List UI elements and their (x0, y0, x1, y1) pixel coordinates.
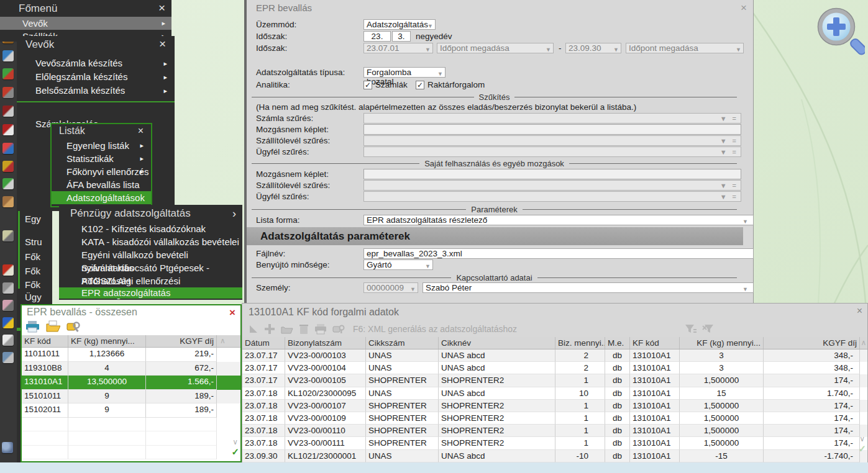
logistics-icon[interactable] (2, 317, 14, 328)
close-icon[interactable]: × (741, 2, 747, 14)
menu-item[interactable]: Egyenleg listák ▸ (52, 139, 151, 152)
menu-item[interactable]: Statisztikák ▸ (52, 152, 151, 165)
analysis-icon[interactable] (2, 161, 14, 172)
column-header[interactable]: Bizonylatszám (285, 337, 366, 349)
stock-icon[interactable] (2, 196, 14, 207)
table-row[interactable]: 11011011 1,123666 219,- (22, 348, 240, 362)
mozgasnem-input[interactable] (363, 124, 741, 135)
table-row[interactable]: 23.07.17 VV23-00/00103 UNAS UNAS abcd 2 … (242, 349, 867, 362)
idoszak-quarter-input[interactable]: 3. (392, 31, 411, 42)
menu-item[interactable]: Főkönyvi ellenőrzés ▸ (52, 165, 151, 178)
scroll-down-icon[interactable]: ∨ (232, 438, 238, 446)
table-row[interactable]: 23.07.17 VV23-00/00105 SHOPRENTER SHOPRE… (242, 374, 867, 387)
cash-icon[interactable] (2, 178, 14, 189)
table-row[interactable]: 23.07.18 VV23-00/00107 SHOPRENTER SHOPRE… (242, 400, 867, 412)
table-row[interactable]: 23.07.18 KL1020/23000095 UNAS UNAS abcd … (242, 387, 867, 400)
date-from-select[interactable]: 23.07.01 ▼ (363, 43, 433, 53)
ugyfel-input[interactable]: ▼ = (363, 146, 741, 157)
column-header[interactable]: Cikknév (439, 337, 555, 349)
uzemmod-select[interactable]: Adatszolgáltatás ▼ (363, 19, 436, 30)
menu-item[interactable]: Adóhatósági ellenőrzési adatszolgáltatás (59, 274, 242, 287)
close-icon[interactable]: × (138, 125, 144, 137)
register-icon[interactable] (2, 230, 14, 241)
szallitolevel-input[interactable]: ▼ = (363, 135, 741, 146)
print-icon[interactable] (314, 323, 327, 335)
date-to-select[interactable]: 23.09.30 ▼ (565, 43, 621, 53)
print-icon[interactable] (25, 320, 40, 333)
menu-item[interactable]: ÁFA bevallás lista (52, 178, 151, 191)
scroll-up-icon[interactable]: ∧ (860, 337, 867, 349)
raktarforgalom-checkbox[interactable]: ✓ Raktárforgalom (416, 80, 485, 89)
trash-icon[interactable] (299, 323, 309, 335)
idoszak-year-input[interactable]: 23. (363, 31, 391, 42)
confirm-check-icon[interactable]: ✓ (231, 446, 239, 457)
close-icon[interactable]: × (159, 37, 166, 51)
column-header[interactable]: KGYF díj (764, 337, 860, 349)
table-row[interactable]: 23.07.18 VV23-00/00109 SHOPRENTER SHOPRE… (242, 412, 867, 425)
szallitolevel2-input[interactable]: ▼ = (363, 180, 741, 191)
dropdown-filter-icons[interactable]: ▼ = (720, 137, 738, 146)
date-to-mode-select[interactable]: Időpont megadása ▼ (626, 43, 744, 53)
menu-item[interactable]: K102 - Kifizetés kisadózóknak (59, 222, 242, 235)
menu-item[interactable]: KATA - kisadózói vállalkozás bevételei (59, 235, 242, 248)
menu-item[interactable]: Adatszolgáltatások (52, 191, 151, 204)
close-icon[interactable]: × (229, 307, 235, 319)
table-row[interactable]: 15101011 9 189,- (22, 390, 240, 404)
collapse-triangle-icon[interactable] (249, 324, 258, 334)
tools-icon[interactable] (2, 352, 14, 363)
confirm-check-icon[interactable]: ✓ (858, 443, 866, 454)
documents-icon[interactable] (2, 335, 14, 346)
column-header[interactable]: KF kód (630, 337, 680, 349)
close-icon[interactable]: × (158, 1, 165, 15)
szamlak-checkbox[interactable]: ✓ Számlák (363, 80, 408, 89)
szemely-code-select[interactable]: 00000009 ▼ (363, 282, 418, 293)
table-row[interactable]: 23.07.18 VV23-00/00111 SHOPRENTER SHOPRE… (242, 437, 867, 449)
orders-icon[interactable] (2, 87, 14, 98)
scroll-up-icon[interactable]: ∧ (217, 335, 229, 347)
column-header[interactable]: Biz. mennyi... (555, 337, 605, 349)
szemely-name-select[interactable]: Szabó Péter ▼ (423, 282, 754, 293)
menu-item[interactable]: Belsőszámla készítés ▸ (17, 84, 175, 97)
column-header[interactable]: M.e. (605, 337, 630, 349)
gears-icon[interactable] (2, 442, 13, 453)
ugyfel2-input[interactable]: ▼ = (363, 191, 741, 202)
pricing-icon[interactable] (2, 68, 14, 79)
benyujto-select[interactable]: Gyártó ▼ (363, 259, 433, 270)
lista-forma-select[interactable]: EPR adatszolgáltatás részletező ▼ (363, 215, 754, 225)
menu-item[interactable]: Vevőszámla készítés ▸ (17, 56, 175, 70)
tipus-select[interactable]: Forgalomba hozatal ▼ (363, 67, 445, 78)
filter-icon[interactable] (684, 323, 697, 335)
menu-item[interactable]: Előlegszámla készítés ▸ (17, 70, 175, 84)
filter-clear-icon[interactable] (702, 323, 715, 335)
column-header[interactable]: KGYF díj (146, 335, 217, 347)
key-icon[interactable] (332, 323, 345, 335)
column-header[interactable]: Cikkszám (366, 337, 439, 349)
ledger-icon[interactable] (2, 124, 14, 135)
inventory-icon[interactable] (2, 106, 14, 117)
products-icon[interactable] (2, 50, 14, 61)
date-from-mode-select[interactable]: Időpont megadása ▼ (437, 43, 554, 53)
column-header[interactable]: KF (kg) mennyi... (680, 337, 764, 349)
table-row[interactable]: 23.09.30 KL1021/23000001 UNAS UNAS abcd … (242, 450, 867, 462)
table-row[interactable]: 119310B8 4 672,- (22, 362, 240, 376)
add-icon[interactable] (264, 323, 275, 335)
partner-icon[interactable] (2, 300, 14, 311)
table-row[interactable]: 23.07.17 VV23-00/00104 UNAS UNAS abcd 2 … (242, 362, 867, 374)
employee-icon[interactable] (2, 282, 14, 294)
mozgasnem2-input[interactable] (363, 169, 741, 179)
dropdown-filter-icons[interactable]: ▼ = (720, 192, 738, 202)
column-header[interactable]: KF (kg) mennyi... (68, 335, 146, 347)
property-icon[interactable] (2, 264, 14, 276)
table-row[interactable]: 15102011 9 189,- (22, 403, 240, 418)
menu-item[interactable]: EPR adatszolgáltatás (59, 287, 242, 299)
scroll-down-icon[interactable]: ∨ (859, 435, 865, 443)
summary-table-header[interactable]: KF kód KF (kg) mennyi... KGYF díj ∧ (22, 335, 240, 348)
menu-item-vevok[interactable]: Vevők ▸ (0, 17, 171, 30)
menu-item[interactable]: Számlát kibocsátó Ptgépesek - PTGSZLAH (59, 261, 242, 274)
szamla-szures-input[interactable]: ▼ = (363, 113, 741, 124)
menu-item[interactable]: Egyéni vállalkozó bevételi nyilvántartás (59, 248, 242, 261)
statistics-icon[interactable] (2, 143, 14, 154)
open-folder-icon[interactable] (281, 323, 293, 335)
table-row[interactable]: 131010A1 13,500000 1.566,- (22, 376, 240, 390)
open-folder-icon[interactable] (45, 320, 60, 333)
